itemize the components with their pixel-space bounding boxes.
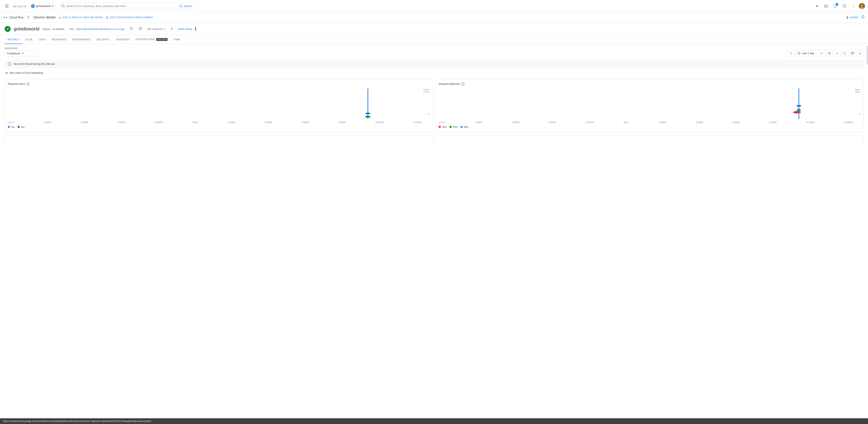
time-range-button[interactable]: Last 1 day [795, 50, 825, 57]
preview-badge: PREVIEW [156, 38, 168, 41]
build-history[interactable]: Build History : [179, 27, 196, 31]
continuous-deploy-icon [106, 16, 109, 19]
dashboard-select[interactable]: Predefined [5, 50, 39, 57]
chevron-left-icon [790, 52, 792, 55]
tab-networking[interactable]: NETWORKING [69, 35, 93, 44]
edit-deploy-icon [59, 16, 61, 19]
info-button[interactable] [138, 26, 143, 32]
svg-rect-2 [5, 7, 8, 7]
tab-integrations[interactable]: INTEGRATIONSPREVIEW [132, 35, 170, 44]
calendar-button[interactable] [849, 50, 856, 57]
request-latencies-chart: Request latencies ? 20ms 10ms 0 [436, 79, 863, 132]
google-cloud-logo[interactable]: G o o g l e Cloud [13, 4, 26, 8]
chevron-down-icon [820, 53, 823, 54]
latencies-legend: 50% 95% 99% [439, 126, 860, 128]
project-name: gohelloworld [36, 5, 51, 8]
svg-text:?: ? [844, 5, 845, 7]
search-button[interactable]: Search [179, 5, 192, 8]
back-button[interactable] [27, 15, 30, 20]
dashboard-controls: Dashboard Predefined Last 1 day [5, 47, 863, 57]
more-button[interactable]: ⋮ [850, 2, 857, 10]
help-icon: ? [842, 4, 846, 8]
see-more-button[interactable]: See more in Error Reporting [5, 71, 43, 74]
page-title: Service details [33, 15, 56, 20]
edit-time-button[interactable] [857, 50, 863, 57]
edit-deploy-button[interactable]: EDIT & DEPLOY NEW REVISION [59, 16, 102, 19]
region-label: Region: us-central1 [42, 28, 65, 30]
scrollbar[interactable] [866, 46, 868, 65]
expand-button[interactable] [841, 50, 848, 57]
project-chevron: ▾ [52, 5, 54, 8]
clock-icon [798, 52, 801, 55]
search-input[interactable] [66, 5, 178, 8]
chart-title-request-count: Request count ? [8, 83, 429, 86]
svg-point-38 [9, 63, 10, 64]
tab-slos[interactable]: SLOS [23, 35, 36, 44]
request-count-help-icon[interactable]: ? [27, 83, 30, 86]
latencies-help-icon[interactable]: ? [461, 83, 464, 86]
tab-yaml[interactable]: YAML [170, 35, 184, 44]
zoom-in-button[interactable] [826, 50, 833, 57]
tab-security[interactable]: SECURITY [93, 35, 113, 44]
svg-text:g: g [18, 5, 20, 8]
min-instances: Min instances: 0 [147, 28, 165, 30]
learn-button[interactable]: LEARN [846, 16, 858, 19]
zoom-icon [828, 52, 831, 55]
request-count-chart: Request count ? 0.02/s 0.01/s 0 [5, 79, 432, 132]
top-nav: G o o g l e Cloud gohelloworld ▾ Search [0, 0, 868, 12]
legend-95pct: 95% [450, 126, 457, 128]
project-selector[interactable]: gohelloworld ▾ [29, 3, 56, 9]
edit-min-icon [170, 27, 173, 30]
cloud-run-icon [3, 15, 8, 20]
legend-99pct: 99% [461, 126, 468, 128]
tab-triggers[interactable]: TRIGGERS [113, 35, 132, 44]
latencies-chart-area: 20ms 10ms 0 [439, 89, 860, 119]
user-avatar[interactable] [859, 3, 865, 9]
svg-rect-15 [825, 5, 828, 7]
cloud-run-label: Cloud Run [9, 16, 24, 19]
help-button[interactable]: ? [841, 2, 848, 10]
request-count-legend: 2xx 4xx [8, 126, 429, 128]
svg-rect-0 [5, 5, 8, 5]
tab-logs[interactable]: LOGS [36, 35, 49, 44]
notification-button[interactable]: 2 [832, 2, 839, 10]
tab-metrics[interactable]: METRICS [5, 35, 23, 44]
svg-point-55 [797, 105, 801, 107]
tabs: METRICS SLOS LOGS REVISIONS NETWORKING S… [0, 35, 868, 44]
svg-text:Cloud: Cloud [23, 5, 26, 8]
expand-icon [843, 52, 846, 55]
copy-url-button[interactable] [129, 26, 134, 32]
edit-min-instances-button[interactable] [170, 27, 174, 31]
dashboard-select-wrapper: Dashboard Predefined [5, 47, 39, 57]
time-divider [815, 53, 819, 54]
charts-row: Request count ? 0.02/s 0.01/s 0 [5, 79, 863, 132]
terminal-button[interactable] [822, 2, 830, 10]
refresh-icon [861, 15, 865, 19]
refresh-button[interactable] [861, 15, 865, 20]
legend-2xx: 2xx [8, 126, 14, 128]
sparkle-button[interactable] [813, 2, 821, 10]
search-bar[interactable]: Search [58, 3, 195, 9]
svg-line-14 [181, 6, 182, 7]
hamburger-menu[interactable] [3, 2, 11, 10]
legend-4xx: 4xx [18, 126, 25, 128]
edit-continuous-button[interactable]: EDIT CONTINUOUS DEPLOYMENT [106, 16, 153, 19]
service-url-link[interactable]: https://gohelloworld-3afnuslsra-uc.a.run… [76, 28, 124, 30]
time-prev-button[interactable] [787, 50, 794, 57]
calendar-icon [851, 52, 854, 55]
more-icon: ⋮ [851, 4, 856, 8]
terminal-icon [824, 4, 828, 8]
tab-revisions[interactable]: REVISIONS [49, 35, 69, 44]
nav-icons: 2 ? ⋮ [813, 2, 865, 10]
search-btn-icon [179, 5, 182, 8]
chart-title-latencies: Request latencies ? [439, 83, 860, 86]
dashboard-chevron-icon [22, 53, 24, 54]
error-banner-message: No errors found during this interval. [14, 62, 55, 65]
dashboard-label: Dashboard [5, 47, 39, 50]
svg-point-21 [861, 4, 863, 7]
sub-nav: Cloud Run Service details EDIT & DEPLOY … [0, 12, 868, 23]
svg-text:o: o [15, 5, 17, 8]
request-count-yaxis: 0.02/s 0.01/s 0 [424, 89, 429, 115]
svg-text:l: l [20, 5, 21, 8]
time-next-button[interactable] [834, 50, 841, 57]
